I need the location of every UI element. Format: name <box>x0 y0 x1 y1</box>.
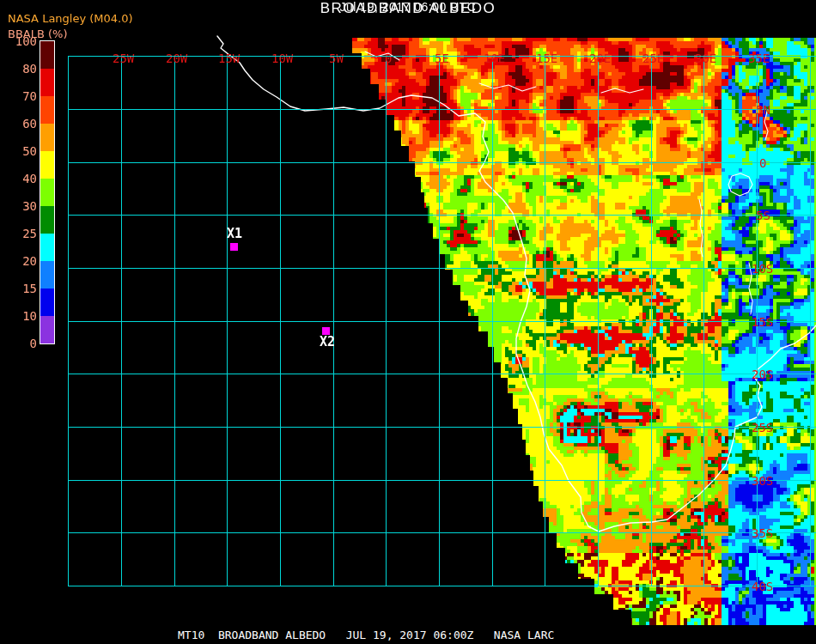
site-marker-label-X1: X1 <box>227 228 242 240</box>
colorbar-tick-label: 80 <box>0 63 37 75</box>
colorbar-tick-label: 100 <box>0 35 37 47</box>
grid-latitude-label: 10S <box>752 263 773 275</box>
grid-latitude-label: 25S <box>752 422 773 434</box>
grid-parallel-35S <box>68 532 816 533</box>
site-marker-label-X2: X2 <box>320 336 335 349</box>
colorbar-segment-red <box>40 69 54 96</box>
grid-longitude-label: 5E <box>435 52 449 64</box>
colorbar-segment-orangered <box>40 96 54 124</box>
grid-longitude-label: 15E <box>536 52 557 64</box>
colorbar-segment-purple <box>40 316 54 343</box>
grid-longitude-label: 30E <box>695 52 716 64</box>
colorbar-segment-cyan <box>40 234 54 261</box>
grid-longitude-label: 10W <box>271 52 293 64</box>
grid-longitude-label: 5W <box>329 52 344 64</box>
colorbar-tick-label: 25 <box>0 228 37 240</box>
site-marker-X1 <box>230 243 238 251</box>
colorbar-tick-label: 50 <box>0 145 37 157</box>
grid-parallel-15S <box>68 321 816 322</box>
grid-parallel-40S <box>68 586 816 586</box>
grid-latitude-label: 5S <box>756 210 770 222</box>
grid-longitude-label: 10E <box>484 52 505 64</box>
grid-parallel-0 <box>68 162 816 163</box>
colorbar-segment-chartreuse <box>40 179 54 206</box>
grid-longitude-label: 0 <box>385 52 392 64</box>
grid-latitude-label: 5N <box>756 104 770 116</box>
grid-longitude-label: 35E <box>748 52 770 64</box>
colorbar-segment-orange <box>40 124 54 151</box>
colorbar-tick-label: 10 <box>0 310 37 322</box>
colorbar-segment-dodger <box>40 261 54 289</box>
colorbar-tick-label: 40 <box>0 173 37 185</box>
grid-latitude-label: 40S <box>752 580 773 592</box>
colorbar-segment-darkred <box>40 41 54 69</box>
colorbar <box>40 40 55 344</box>
grid-parallel-5S <box>68 215 816 216</box>
colorbar-segment-yellow <box>40 151 54 179</box>
colorbar-segment-green <box>40 206 54 234</box>
grid-parallel-30S <box>68 480 816 481</box>
colorbar-tick-label: 0 <box>0 337 37 349</box>
albedo-map-canvas <box>0 0 816 644</box>
grid-longitude-label: 20W <box>166 52 187 64</box>
grid-latitude-label: 15S <box>752 316 773 328</box>
colorbar-segment-blue <box>40 289 54 316</box>
grid-latitude-label: 35S <box>752 527 773 539</box>
grid-longitude-label: 15W <box>218 52 240 64</box>
colorbar-tick-label: 30 <box>0 200 37 212</box>
footer-text: MT10 BROADBAND ALBEDO JUL 19, 2017 06:00… <box>178 629 554 641</box>
grid-latitude-label: 0 <box>759 157 766 169</box>
grid-longitude-label: 25E <box>642 52 664 64</box>
colorbar-tick-label: 70 <box>0 90 37 102</box>
grid-latitude-label: 30S <box>752 475 773 487</box>
grid-latitude-label: 20S <box>752 368 773 380</box>
screen: 25W20W15W10W5W05E10E15E20E25E30E35E5N05S… <box>0 0 816 644</box>
grid-parallel-5N <box>68 109 816 110</box>
colorbar-tick-label: 60 <box>0 118 37 130</box>
footer-bar: MT10 BROADBAND ALBEDO JUL 19, 2017 06:00… <box>0 627 816 644</box>
grid-parallel-20S <box>68 374 816 374</box>
grid-longitude-label: 20E <box>589 52 611 64</box>
colorbar-tick-label: 20 <box>0 255 37 267</box>
grid-longitude-label: 25W <box>113 52 134 64</box>
grid-parallel-25S <box>68 427 816 428</box>
grid-parallel-10S <box>68 268 816 269</box>
grid-parallel-edge <box>68 56 816 57</box>
colorbar-tick-label: 15 <box>0 283 37 295</box>
source-label: NASA Langley (M04.0) <box>8 12 133 25</box>
